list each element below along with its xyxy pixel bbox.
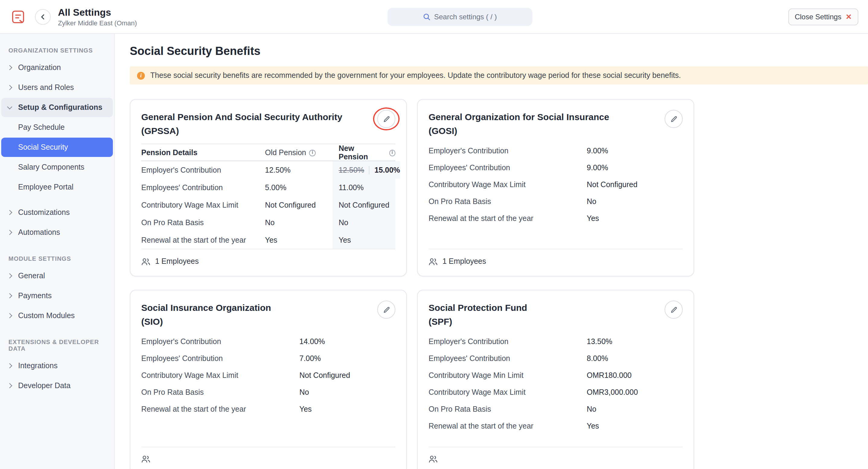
chevron-right-icon: [6, 364, 13, 368]
chevron-right-icon: [6, 294, 13, 298]
detail-row: Employer's Contribution 14.00%: [141, 333, 395, 350]
close-settings-button[interactable]: Close Settings ✕: [788, 8, 858, 25]
pencil-icon: [670, 115, 678, 123]
detail-row: Employees' Contribution 9.00%: [429, 159, 683, 176]
col-old-pension: Old Pension: [265, 149, 306, 157]
new-pension-value: No: [339, 218, 348, 227]
info-icon[interactable]: i: [309, 149, 316, 156]
sidebar-item-customizations[interactable]: Customizations: [1, 203, 113, 222]
detail-row: Employer's Contribution 13.50%: [429, 333, 683, 350]
row-value: OMR180.000: [587, 371, 683, 380]
detail-row: Renewal at the start of the year Yes: [141, 401, 395, 418]
info-icon[interactable]: i: [389, 149, 395, 156]
page-title: Social Security Benefits: [130, 45, 868, 58]
col-new-pension: New Pension: [339, 144, 383, 161]
table-row: Contributory Wage Max Limit Not Configur…: [141, 196, 395, 214]
row-value: Yes: [587, 214, 683, 223]
sidebar-item-employee-portal[interactable]: Employee Portal: [1, 178, 113, 197]
row-label: Employer's Contribution: [429, 337, 587, 346]
edit-gosi-button[interactable]: [664, 110, 683, 128]
row-value: Not Configured: [587, 181, 683, 189]
sidebar-item-payments[interactable]: Payments: [1, 286, 113, 306]
old-pension-value: 5.00%: [265, 183, 333, 192]
sidebar-item-label: Automations: [18, 228, 60, 237]
row-label: Renewal at the start of the year: [429, 214, 587, 223]
edit-gpssa-button[interactable]: [377, 110, 395, 128]
sidebar-item-setup-configurations[interactable]: Setup & Configurations: [1, 98, 113, 117]
row-label: Employees' Contribution: [141, 354, 300, 363]
settings-search-input[interactable]: Search settings ( / ): [388, 7, 532, 26]
card-gpssa: General Pension And Social Security Auth…: [130, 99, 407, 277]
app-logo-icon[interactable]: [10, 8, 27, 25]
table-row: Employees' Contribution 5.00% 11.00%: [141, 179, 395, 196]
new-pension-value: 12.50% 15.00%: [333, 161, 400, 179]
row-label: Employees' Contribution: [141, 183, 265, 192]
card-title-line1: General Pension And Social Security Auth…: [141, 112, 342, 122]
row-label: Renewal at the start of the year: [429, 422, 587, 430]
old-pension-value: Yes: [265, 236, 333, 244]
app-window: All Settings Zylker Middle East (Oman) S…: [0, 0, 868, 469]
employees-count[interactable]: 1 Employees: [141, 249, 395, 265]
sidebar-item-custom-modules[interactable]: Custom Modules: [1, 306, 113, 325]
card-spf: Social Protection Fund (SPF): [417, 290, 694, 469]
close-settings-label: Close Settings: [795, 12, 841, 21]
main-content: Social Security Benefits i These social …: [115, 34, 868, 469]
sidebar-item-general[interactable]: General: [1, 266, 113, 285]
sidebar-item-pay-schedule[interactable]: Pay Schedule: [1, 118, 113, 137]
detail-row: Employees' Contribution 7.00%: [141, 350, 395, 367]
employees-count[interactable]: [141, 447, 395, 463]
row-label: Contributory Wage Max Limit: [429, 181, 587, 189]
sidebar-item-label: Custom Modules: [18, 311, 75, 320]
row-value: Not Configured: [300, 371, 395, 380]
sidebar-item-automations[interactable]: Automations: [1, 223, 113, 242]
sidebar-item-label: Employee Portal: [18, 183, 73, 191]
edit-spf-button[interactable]: [664, 301, 683, 319]
benefit-cards-grid: General Pension And Social Security Auth…: [130, 99, 868, 469]
employees-count[interactable]: 1 Employees: [429, 249, 683, 265]
table-row: Renewal at the start of the year Yes Yes: [141, 231, 395, 249]
sidebar-item-organization[interactable]: Organization: [1, 58, 113, 77]
sidebar-item-label: Salary Components: [18, 163, 85, 171]
row-label: Employer's Contribution: [429, 147, 587, 155]
chevron-right-icon: [6, 66, 13, 69]
detail-row: Renewal at the start of the year Yes: [429, 418, 683, 435]
row-value: 13.50%: [587, 337, 683, 346]
sidebar-item-social-security[interactable]: Social Security: [1, 137, 113, 157]
search-icon: [423, 13, 430, 20]
sidebar-item-integrations[interactable]: Integrations: [1, 356, 113, 375]
card-title-line2: (SPF): [429, 316, 452, 326]
card-title-line2: (GPSSA): [141, 126, 179, 136]
sidebar-item-label: Integrations: [18, 362, 58, 370]
row-label: Employer's Contribution: [141, 337, 300, 346]
sidebar-item-salary-components[interactable]: Salary Components: [1, 158, 113, 177]
row-value: No: [587, 405, 683, 413]
chevron-right-icon: [6, 274, 13, 278]
detail-row: On Pro Rata Basis No: [429, 401, 683, 418]
sidebar-item-users-and-roles[interactable]: Users and Roles: [1, 78, 113, 97]
info-banner: i These social security benefits are rec…: [130, 66, 868, 85]
pencil-icon: [382, 115, 390, 123]
sidebar-heading-module-settings: MODULE SETTINGS: [1, 250, 113, 265]
new-pension-value: Yes: [339, 236, 351, 244]
row-label: Contributory Wage Min Limit: [429, 371, 587, 380]
detail-row: Contributory Wage Min Limit OMR180.000: [429, 367, 683, 384]
new-rate: 15.00%: [375, 166, 400, 174]
people-icon: [141, 257, 150, 265]
card-title-spf: Social Protection Fund (SPF): [429, 301, 527, 329]
old-pension-value: 12.50%: [265, 166, 333, 174]
table-row: On Pro Rata Basis No No: [141, 214, 395, 231]
edit-sio-button[interactable]: [377, 301, 395, 319]
row-value: 7.00%: [300, 354, 395, 363]
sidebar-item-label: Developer Data: [18, 381, 71, 390]
sidebar-item-developer-data[interactable]: Developer Data: [1, 376, 113, 395]
col-pension-details: Pension Details: [141, 149, 197, 157]
sidebar-item-label: General: [18, 272, 45, 280]
chevron-right-icon: [6, 384, 13, 387]
benefit-details: Employer's Contribution 9.00% Employees'…: [429, 143, 683, 227]
employees-count[interactable]: [429, 447, 683, 463]
row-label: Renewal at the start of the year: [141, 236, 265, 244]
row-label: On Pro Rata Basis: [141, 388, 300, 397]
back-button[interactable]: [35, 9, 51, 25]
detail-row: Employer's Contribution 9.00%: [429, 143, 683, 159]
card-gosi: General Organization for Social Insuranc…: [417, 99, 694, 277]
